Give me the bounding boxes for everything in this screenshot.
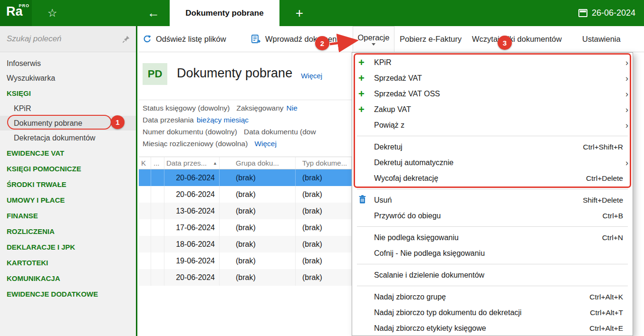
- table-row[interactable]: 20-06-2024 (brak) (brak): [139, 269, 352, 286]
- sidebar-item-ksiegi-pomocnicze[interactable]: KSIĘGI POMOCNICZE: [0, 161, 136, 177]
- column-header-group[interactable]: Grupa doku...: [220, 157, 296, 169]
- pin-icon[interactable]: [122, 35, 130, 43]
- column-header-type[interactable]: Typ dokume...: [296, 157, 352, 169]
- menu-item-nie-podlega-ksiegowaniu[interactable]: Nie podlega księgowaniu Ctrl+N: [352, 230, 633, 245]
- menu-item-nadaj-zbiorczo-grupe[interactable]: Nadaj zbiorczo grupę Ctrl+Alt+K: [352, 289, 633, 305]
- table-row-selected[interactable]: 20-06-2024 (brak) (brak): [139, 169, 352, 186]
- cell-dots: [151, 236, 164, 252]
- filter-more-link[interactable]: Więcej: [254, 140, 277, 148]
- filter-zaksiegowany[interactable]: Zaksięgowany Nie: [237, 104, 298, 112]
- menu-item-przywroc-do-obiegu[interactable]: Przywróć do obiegu Ctrl+B: [352, 208, 633, 224]
- filter-value[interactable]: bieżący miesiąc: [197, 116, 249, 124]
- cell-date: 17-06-2024: [164, 219, 220, 236]
- tab-title: Dokumenty pobrane: [185, 9, 263, 18]
- sidebar-item-rozliczenia[interactable]: ROZLICZENIA: [0, 224, 136, 239]
- sidebar-item-srodki-trwale[interactable]: ŚRODKI TRWAŁE: [0, 177, 136, 192]
- trash-icon: [358, 195, 366, 205]
- sidebar-item-umowy-i-place[interactable]: UMOWY I PŁACE: [0, 192, 136, 208]
- filter-status-ksiegowy[interactable]: Status księgowy (dowolny): [143, 104, 230, 112]
- documents-table: K ... Data przes... ▲ Grupa doku... Typ …: [139, 157, 352, 286]
- column-header-date[interactable]: Data przes... ▲: [164, 157, 220, 169]
- menu-item-label: Zakup VAT: [374, 105, 411, 114]
- page-title: Dokumenty pobrane: [177, 66, 292, 81]
- filter-miesiac-rozliczeniowy[interactable]: Miesiąc rozliczeniowy (dowolna): [143, 140, 248, 148]
- menu-item-dekretuj[interactable]: Dekretuj Ctrl+Shift+R: [352, 139, 633, 155]
- submenu-arrow-icon: ›: [625, 158, 628, 168]
- cell-k: [139, 269, 151, 286]
- current-date: 26-06-2024: [592, 8, 635, 18]
- menu-item-usun[interactable]: Usuń Shift+Delete: [352, 192, 633, 208]
- menu-item-label: Cofnij - Nie podlega księgowaniu: [374, 249, 485, 258]
- topbar: Ra PRO ☆ ← Dokumenty pobrane + 26-06-202…: [0, 0, 644, 26]
- menu-item-cofnij-nie-podlega[interactable]: Cofnij - Nie podlega księgowaniu: [352, 245, 633, 261]
- menu-item-dekretuj-automatycznie[interactable]: Dekretuj automatycznie ›: [352, 155, 633, 170]
- menu-item-wycofaj-dekretacje[interactable]: Wycofaj dekretację Ctrl+Delete: [352, 170, 633, 186]
- menu-item-label: Nadaj zbiorczo grupę: [374, 293, 446, 301]
- filter-value[interactable]: Nie: [287, 104, 298, 112]
- settings-button[interactable]: Ustawienia: [582, 26, 621, 52]
- refresh-files-button[interactable]: Odśwież listę plików: [143, 26, 226, 52]
- menu-item-powiaz-z[interactable]: Powiąż z ›: [352, 117, 633, 133]
- sidebar-item-deklaracje-i-jpk[interactable]: DEKLARACJE I JPK: [0, 239, 136, 255]
- sidebar-item-wyszukiwarka[interactable]: Wyszukiwarka: [0, 71, 136, 85]
- title-more-link[interactable]: Więcej: [301, 72, 322, 80]
- sidebar-item-ksiegi[interactable]: KSIĘGI: [0, 85, 136, 101]
- menu-item-scalanie-i-dzielenie[interactable]: Scalanie i dzielenie dokumentów: [352, 267, 633, 283]
- filter-row: Data przesłania bieżący miesiąc: [143, 114, 316, 126]
- toolbar: Odśwież listę plików Wprowadź dokumenty …: [139, 26, 644, 52]
- table-row[interactable]: 13-06-2024 (brak) (brak): [139, 203, 352, 219]
- table-row[interactable]: 19-06-2024 (brak) (brak): [139, 252, 352, 269]
- cell-date: 20-06-2024: [164, 186, 220, 203]
- sidebar-item-dekretacja-dokumentow[interactable]: Dekretacja dokumentów: [0, 131, 136, 145]
- import-documents-button[interactable]: Wprowadź dokumenty: [251, 26, 343, 52]
- menu-item-zakup-vat[interactable]: + Zakup VAT ›: [352, 102, 633, 117]
- shortcut-label: Ctrl+B: [603, 212, 624, 220]
- table-row[interactable]: 17-06-2024 (brak) (brak): [139, 219, 352, 236]
- load-document-files-button[interactable]: Wczytaj pliki dokumentów: [472, 26, 562, 52]
- filter-data-dokumentu[interactable]: Data dokumentu (dow: [244, 128, 316, 136]
- refresh-files-label: Odśwież listę plików: [156, 35, 226, 44]
- get-efaktury-button[interactable]: Pobierz e-Faktury: [400, 26, 461, 52]
- tab-dokumenty-pobrane[interactable]: Dokumenty pobrane: [170, 0, 279, 26]
- menu-item-label: Dekretuj: [374, 143, 403, 151]
- cell-dots: [151, 252, 164, 269]
- menu-item-sprzedaz-vat-oss[interactable]: + Sprzedaż VAT OSS ›: [352, 86, 633, 102]
- new-tab-button[interactable]: +: [289, 0, 310, 26]
- menu-item-kpir[interactable]: + KPiR ›: [352, 55, 633, 70]
- submenu-arrow-icon: ›: [625, 57, 628, 67]
- app-logo[interactable]: Ra PRO: [0, 0, 32, 26]
- sidebar-item-ewidencje-vat[interactable]: EWIDENCJE VAT: [0, 145, 136, 161]
- plus-icon: +: [358, 57, 365, 68]
- submenu-arrow-icon: ›: [625, 120, 628, 130]
- sidebar-item-infoserwis[interactable]: Infoserwis: [0, 56, 136, 71]
- menu-item-sprzedaz-vat[interactable]: + Sprzedaż VAT ›: [352, 70, 633, 86]
- table-row[interactable]: 20-06-2024 (brak) (brak): [139, 186, 352, 203]
- table-row[interactable]: 18-06-2024 (brak) (brak): [139, 236, 352, 252]
- filter-label: Status księgowy (dowolny): [143, 104, 230, 112]
- sidebar-item-dokumenty-pobrane[interactable]: Dokumenty pobrane: [0, 116, 136, 131]
- search-input[interactable]: [7, 34, 122, 44]
- page-header: PD Dokumenty pobrane Więcej: [143, 63, 322, 85]
- date-display[interactable]: 26-06-2024: [578, 0, 635, 26]
- cell-group: (brak): [220, 252, 296, 269]
- operations-menu-button[interactable]: Operacje: [353, 26, 394, 52]
- filter-data-przeslania[interactable]: Data przesłania bieżący miesiąc: [143, 116, 249, 124]
- sidebar-item-kartoteki[interactable]: KARTOTEKI: [0, 255, 136, 271]
- menu-separator: [357, 226, 628, 227]
- menu-item-nadaj-zbiorczo-typ[interactable]: Nadaj zbiorczo typ dokumentu do dekretac…: [352, 305, 633, 320]
- cell-dots: [151, 169, 164, 186]
- column-header-dots[interactable]: ...: [151, 157, 164, 169]
- favorites-star-icon[interactable]: ☆: [44, 0, 61, 26]
- sidebar-item-ewidencje-dodatkowe[interactable]: EWIDENCJE DODATKOWE: [0, 286, 136, 302]
- menu-item-nadaj-zbiorczo-etykiety[interactable]: Nadaj zbiorczo etykiety księgowe Ctrl+Al…: [352, 320, 633, 336]
- sidebar-item-komunikacja[interactable]: KOMUNIKACJA: [0, 271, 136, 286]
- cell-type: (brak): [296, 252, 352, 269]
- back-arrow-icon[interactable]: ←: [143, 0, 164, 26]
- sidebar-item-finanse[interactable]: FINANSE: [0, 208, 136, 224]
- filter-label: Data przesłania: [143, 116, 194, 124]
- column-header-k[interactable]: K: [139, 157, 151, 169]
- get-efaktury-label: Pobierz e-Faktury: [400, 35, 461, 44]
- filter-numer-dokumentu[interactable]: Numer dokumentu (dowolny): [143, 128, 237, 136]
- command-search[interactable]: [0, 26, 136, 52]
- sidebar-item-kpir[interactable]: KPiR: [0, 101, 136, 116]
